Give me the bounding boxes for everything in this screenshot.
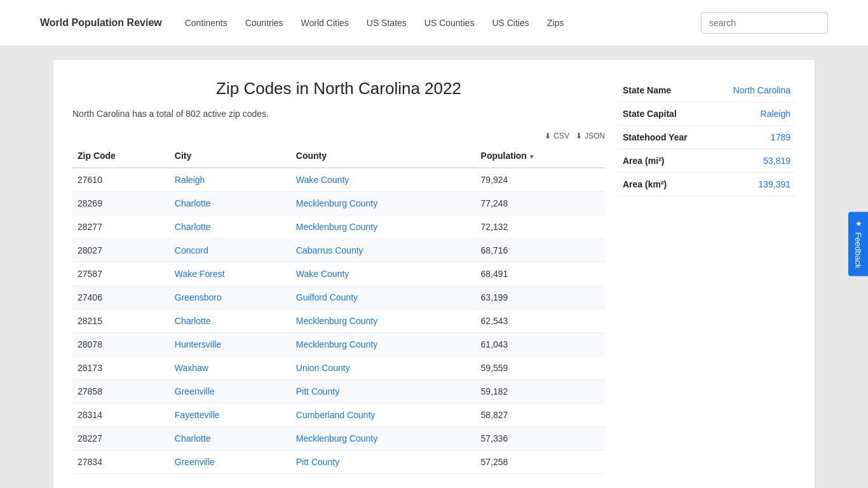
col-header-city: City bbox=[170, 144, 291, 168]
cell-city: Greenville bbox=[170, 380, 291, 403]
info-label: Statehood Year bbox=[618, 126, 711, 149]
table-row: 27406GreensboroGuilford County63,199 bbox=[72, 286, 605, 309]
cell-city-link[interactable]: Charlotte bbox=[175, 222, 211, 232]
cell-population: 59,559 bbox=[476, 356, 605, 380]
cell-city-link[interactable]: Greenville bbox=[175, 457, 215, 467]
cell-county-link[interactable]: Mecklenburg County bbox=[296, 433, 377, 444]
cell-city-link[interactable]: Charlotte bbox=[175, 433, 211, 444]
cell-county: Mecklenburg County bbox=[291, 215, 476, 239]
cell-city-link[interactable]: Raleigh bbox=[175, 175, 205, 185]
cell-city-link[interactable]: Charlotte bbox=[175, 316, 211, 326]
nav-link-world-cities[interactable]: World Cities bbox=[294, 13, 356, 33]
nav-brand[interactable]: World Population Review bbox=[40, 17, 162, 29]
cell-county-link[interactable]: Wake County bbox=[296, 175, 349, 185]
cell-city-link[interactable]: Waxhaw bbox=[175, 363, 208, 373]
cell-city: Huntersville bbox=[170, 333, 291, 356]
nav-link-countries[interactable]: Countries bbox=[238, 13, 291, 33]
cell-population: 79,924 bbox=[476, 168, 605, 192]
cell-population: 59,182 bbox=[476, 380, 605, 403]
cell-city: Waxhaw bbox=[170, 356, 291, 380]
cell-county: Mecklenburg County bbox=[291, 309, 476, 333]
info-label: State Name bbox=[618, 79, 711, 102]
cell-population: 57,336 bbox=[476, 427, 605, 451]
cell-county: Mecklenburg County bbox=[291, 427, 476, 451]
cell-county: Pitt County bbox=[291, 451, 476, 474]
cell-city-link[interactable]: Charlotte bbox=[175, 198, 211, 208]
cell-zip: 28027 bbox=[72, 239, 170, 262]
nav-links: ContinentsCountriesWorld CitiesUS States… bbox=[177, 13, 701, 33]
zip-table: Zip CodeCityCountyPopulation 27610Raleig… bbox=[72, 144, 605, 474]
cell-zip: 28227 bbox=[72, 427, 170, 451]
cell-county-link[interactable]: Wake County bbox=[296, 269, 349, 279]
cell-city-link[interactable]: Fayetteville bbox=[175, 410, 220, 420]
search-input[interactable] bbox=[701, 12, 828, 34]
table-row: 27587Wake ForestWake County68,491 bbox=[72, 262, 605, 286]
info-label: Area (mi²) bbox=[618, 149, 711, 173]
cell-county-link[interactable]: Pitt County bbox=[296, 386, 339, 396]
feedback-label: Feedback bbox=[853, 232, 863, 268]
info-row: Statehood Year1789 bbox=[618, 126, 796, 149]
feedback-tab[interactable]: ★ Feedback bbox=[848, 212, 868, 276]
table-row: 28173WaxhawUnion County59,559 bbox=[72, 356, 605, 380]
download-csv-icon: ⬇ bbox=[545, 132, 551, 140]
cell-county-link[interactable]: Guilford County bbox=[296, 292, 358, 302]
cell-county-link[interactable]: Mecklenburg County bbox=[296, 339, 377, 349]
nav-link-continents[interactable]: Continents bbox=[177, 13, 235, 33]
right-panel: State NameNorth CarolinaState CapitalRal… bbox=[618, 79, 796, 474]
cell-population: 58,827 bbox=[476, 403, 605, 427]
cell-city-link[interactable]: Greenville bbox=[175, 386, 215, 396]
info-label: Area (km²) bbox=[618, 173, 711, 196]
cell-population: 57,258 bbox=[476, 451, 605, 474]
cell-city: Concord bbox=[170, 239, 291, 262]
cell-county-link[interactable]: Cabarrus County bbox=[296, 245, 363, 255]
main-wrapper: Zip Codes in North Carolina 2022 North C… bbox=[40, 46, 828, 488]
cell-county-link[interactable]: Cumberland County bbox=[296, 410, 376, 420]
cell-zip: 28314 bbox=[72, 403, 170, 427]
left-panel: Zip Codes in North Carolina 2022 North C… bbox=[72, 79, 605, 474]
info-value-link[interactable]: North Carolina bbox=[733, 85, 790, 95]
cell-county-link[interactable]: Union County bbox=[296, 363, 350, 373]
cell-zip: 28215 bbox=[72, 309, 170, 333]
table-row: 28027ConcordCabarrus County68,716 bbox=[72, 239, 605, 262]
cell-city: Charlotte bbox=[170, 215, 291, 239]
nav-link-us-cities[interactable]: US Cities bbox=[484, 13, 536, 33]
cell-zip: 27834 bbox=[72, 451, 170, 474]
cell-city-link[interactable]: Huntersville bbox=[175, 339, 221, 349]
cell-county: Guilford County bbox=[291, 286, 476, 309]
navbar: World Population Review ContinentsCountr… bbox=[0, 0, 868, 46]
info-row: State CapitalRaleigh bbox=[618, 102, 796, 126]
nav-link-us-states[interactable]: US States bbox=[359, 13, 414, 33]
col-header-zip-code: Zip Code bbox=[72, 144, 170, 168]
cell-city-link[interactable]: Concord bbox=[175, 245, 208, 255]
star-icon: ★ bbox=[854, 219, 863, 228]
cell-county: Wake County bbox=[291, 168, 476, 192]
nav-link-us-counties[interactable]: US Counties bbox=[417, 13, 482, 33]
cell-county-link[interactable]: Mecklenburg County bbox=[296, 222, 377, 232]
cell-city: Wake Forest bbox=[170, 262, 291, 286]
info-table: State NameNorth CarolinaState CapitalRal… bbox=[618, 79, 796, 196]
page-subtitle: North Carolina has a total of 802 active… bbox=[72, 109, 605, 119]
cell-city-link[interactable]: Wake Forest bbox=[175, 269, 225, 279]
table-header: Zip CodeCityCountyPopulation bbox=[72, 144, 605, 168]
table-row: 28078HuntersvilleMecklenburg County61,04… bbox=[72, 333, 605, 356]
cell-city-link[interactable]: Greensboro bbox=[175, 292, 222, 302]
export-csv-button[interactable]: ⬇ CSV bbox=[545, 132, 569, 140]
nav-link-zips[interactable]: Zips bbox=[539, 13, 571, 33]
cell-city: Charlotte bbox=[170, 309, 291, 333]
cell-population: 68,716 bbox=[476, 239, 605, 262]
table-body: 27610RaleighWake County79,92428269Charlo… bbox=[72, 168, 605, 474]
info-value-link[interactable]: Raleigh bbox=[761, 109, 790, 119]
cell-county-link[interactable]: Mecklenburg County bbox=[296, 198, 377, 208]
info-value: North Carolina bbox=[711, 79, 796, 102]
cell-city: Greensboro bbox=[170, 286, 291, 309]
cell-county-link[interactable]: Mecklenburg County bbox=[296, 316, 377, 326]
cell-zip: 27610 bbox=[72, 168, 170, 192]
info-value: 139,391 bbox=[711, 173, 796, 196]
export-json-button[interactable]: ⬇ JSON bbox=[576, 132, 605, 140]
cell-county-link[interactable]: Pitt County bbox=[296, 457, 339, 467]
cell-population: 62,543 bbox=[476, 309, 605, 333]
cell-population: 61,043 bbox=[476, 333, 605, 356]
cell-zip: 28078 bbox=[72, 333, 170, 356]
table-row: 28227CharlotteMecklenburg County57,336 bbox=[72, 427, 605, 451]
col-header-population[interactable]: Population bbox=[476, 144, 605, 168]
